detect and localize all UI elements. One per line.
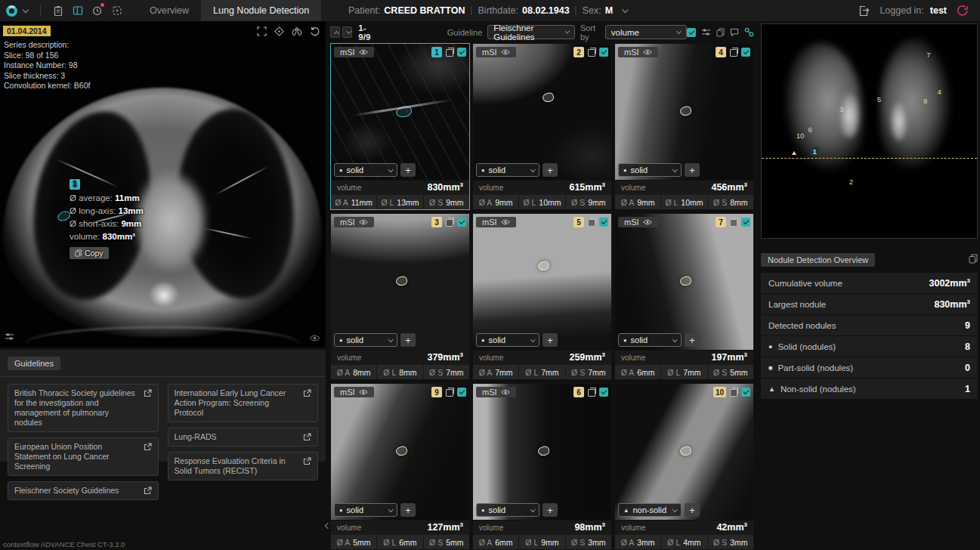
nodule-checkbox[interactable] bbox=[599, 218, 608, 227]
msi-toggle[interactable]: mSI bbox=[334, 47, 374, 57]
guideline-select[interactable]: Fleischner Guidelines bbox=[487, 25, 575, 39]
nodule-checkbox[interactable] bbox=[741, 48, 750, 57]
add-tag-button[interactable]: + bbox=[400, 163, 416, 177]
sort-select[interactable]: volume bbox=[605, 25, 687, 39]
copy-nodule-icon[interactable] bbox=[729, 388, 738, 397]
nodule-checkbox[interactable] bbox=[457, 388, 466, 397]
external-link-icon[interactable] bbox=[303, 433, 311, 441]
nodule-card[interactable]: mSI 9 ● solid bbox=[330, 383, 470, 550]
nodule-type-select[interactable]: ● solid bbox=[476, 333, 539, 347]
capture-region-icon[interactable] bbox=[110, 3, 125, 18]
nodule-thumbnail[interactable]: mSI 6 ● solid bbox=[473, 384, 611, 520]
nodule-type-select[interactable]: ● solid bbox=[476, 163, 539, 177]
guideline-link[interactable]: Lung-RADS bbox=[168, 428, 319, 446]
select-all-checkbox[interactable] bbox=[687, 28, 696, 37]
guideline-link[interactable]: European Union Position Statement on Lun… bbox=[8, 437, 159, 476]
add-tag-button[interactable]: + bbox=[543, 333, 558, 347]
copy-measurements-button[interactable]: Copy bbox=[70, 247, 109, 259]
msi-toggle[interactable]: mSI bbox=[476, 217, 516, 227]
next-nodule-button[interactable] bbox=[342, 26, 352, 38]
contextflow-logo[interactable] bbox=[6, 5, 17, 17]
nodule-thumbnail[interactable]: mSI 2 ● solid bbox=[473, 44, 611, 180]
overview-tab[interactable]: Nodule Detection Overview bbox=[761, 253, 875, 267]
external-link-icon[interactable] bbox=[303, 389, 311, 397]
nodule-card[interactable]: mSI 5 ● solid bbox=[472, 213, 612, 380]
msi-toggle[interactable]: mSI bbox=[476, 47, 516, 57]
patient-chevron-down-icon[interactable] bbox=[622, 7, 628, 13]
ai-similarity-icon[interactable] bbox=[744, 27, 754, 37]
copy-nodule-icon[interactable] bbox=[445, 218, 454, 227]
guideline-link[interactable]: Fleischner Society Guidelines bbox=[8, 481, 159, 500]
external-link-icon[interactable] bbox=[144, 443, 152, 451]
add-tag-button[interactable]: + bbox=[543, 163, 558, 177]
add-tag-button[interactable]: + bbox=[685, 503, 700, 517]
tab-lung-nodule-detection[interactable]: Lung Nodule Detection bbox=[201, 0, 321, 21]
panel-collapse-button[interactable] bbox=[324, 521, 330, 532]
nodule-card[interactable]: mSI 1 ● solid bbox=[330, 43, 470, 210]
nodule-marker[interactable]: 10 bbox=[792, 141, 796, 151]
previous-nodule-button[interactable] bbox=[330, 26, 340, 38]
nodule-thumbnail[interactable]: mSI 10 ▲ non-solid bbox=[615, 384, 753, 520]
msi-toggle[interactable]: mSI bbox=[334, 387, 374, 397]
copy-nodule-icon[interactable] bbox=[587, 48, 596, 57]
nodule-type-select[interactable]: ● solid bbox=[476, 503, 539, 517]
nodule-card[interactable]: mSI 4 ● solid bbox=[614, 43, 754, 210]
nodule-thumbnail[interactable]: mSI 1 ● solid bbox=[331, 44, 469, 180]
external-link-icon[interactable] bbox=[144, 389, 152, 397]
external-link-icon[interactable] bbox=[303, 457, 311, 465]
history-clock-icon[interactable] bbox=[90, 3, 105, 18]
nodule-thumbnail[interactable]: mSI 3 ● solid bbox=[331, 214, 469, 350]
add-tag-button[interactable]: + bbox=[685, 333, 700, 347]
axial-ct-viewport[interactable]: 01.04.2014 Series description:Slice: 98 … bbox=[0, 21, 326, 348]
msi-toggle[interactable]: mSI bbox=[334, 217, 374, 227]
add-tag-button[interactable]: + bbox=[685, 163, 700, 177]
guidelines-tab[interactable]: Guidelines bbox=[8, 357, 60, 370]
nodule-checkbox[interactable] bbox=[741, 388, 750, 397]
nodule-card[interactable]: mSI 6 ● solid bbox=[472, 383, 612, 550]
guideline-link[interactable]: International Early Lung Cancer Action P… bbox=[168, 384, 319, 422]
copy-nodule-icon[interactable] bbox=[729, 48, 738, 57]
export-report-icon[interactable] bbox=[856, 3, 871, 18]
msi-toggle[interactable]: mSI bbox=[618, 217, 658, 227]
nodule-checkbox[interactable] bbox=[599, 388, 608, 397]
guideline-link[interactable]: British Thoracic Society guidelines for … bbox=[8, 384, 159, 432]
reset-view-icon[interactable] bbox=[310, 26, 320, 36]
copy-nodule-icon[interactable] bbox=[587, 388, 596, 397]
coronal-projection-view[interactable]: 7 4 9 5 3 bbox=[761, 23, 978, 239]
nodule-checkbox[interactable] bbox=[741, 218, 750, 227]
patient-info-bar[interactable]: Patient: CREED BRATTON Birthdate: 08.02.… bbox=[348, 0, 632, 21]
nodule-thumbnail[interactable]: mSI 5 ● solid bbox=[473, 214, 611, 350]
nodule-card[interactable]: mSI 3 ● solid bbox=[330, 213, 470, 380]
nodule-type-select[interactable]: ▲ non-solid bbox=[618, 503, 682, 517]
msi-toggle[interactable]: mSI bbox=[476, 387, 516, 397]
lungs-view-icon[interactable] bbox=[292, 26, 302, 36]
copy-overview-icon[interactable] bbox=[969, 254, 978, 266]
crop-tool-icon[interactable] bbox=[257, 26, 267, 36]
nodule-card[interactable]: mSI 7 ● solid bbox=[614, 213, 754, 380]
logo-menu-chevron-icon[interactable] bbox=[23, 7, 29, 13]
nodule-type-select[interactable]: ● solid bbox=[334, 163, 397, 177]
nodule-type-select[interactable]: ● solid bbox=[618, 163, 682, 177]
nodule-checkbox[interactable] bbox=[457, 218, 466, 227]
comment-icon[interactable] bbox=[730, 28, 739, 37]
guideline-link[interactable]: Response Evaluation Criteria in Solid Tu… bbox=[168, 452, 319, 480]
msi-toggle[interactable]: mSI bbox=[618, 47, 658, 57]
report-clipboard-icon[interactable] bbox=[51, 3, 66, 18]
window-level-icon[interactable] bbox=[5, 332, 14, 344]
copy-nodule-icon[interactable] bbox=[729, 218, 738, 227]
nodule-checkbox[interactable] bbox=[599, 48, 608, 57]
window-levels-icon[interactable] bbox=[701, 27, 711, 37]
add-tag-button[interactable]: + bbox=[400, 333, 416, 347]
nodule-type-select[interactable]: ● solid bbox=[334, 333, 397, 347]
nodule-thumbnail[interactable]: mSI 9 ● solid bbox=[331, 384, 469, 520]
nodule-checkbox[interactable] bbox=[457, 48, 466, 57]
copy-nodule-icon[interactable] bbox=[587, 218, 596, 227]
add-tag-button[interactable]: + bbox=[543, 503, 558, 517]
nodule-type-select[interactable]: ● solid bbox=[618, 333, 682, 347]
copy-all-icon[interactable] bbox=[716, 28, 725, 37]
copy-nodule-icon[interactable] bbox=[445, 388, 454, 397]
localize-target-icon[interactable] bbox=[274, 26, 284, 36]
tab-overview[interactable]: Overview bbox=[138, 0, 201, 21]
add-tag-button[interactable]: + bbox=[400, 503, 416, 517]
nodule-thumbnail[interactable]: mSI 4 ● solid bbox=[615, 44, 753, 180]
